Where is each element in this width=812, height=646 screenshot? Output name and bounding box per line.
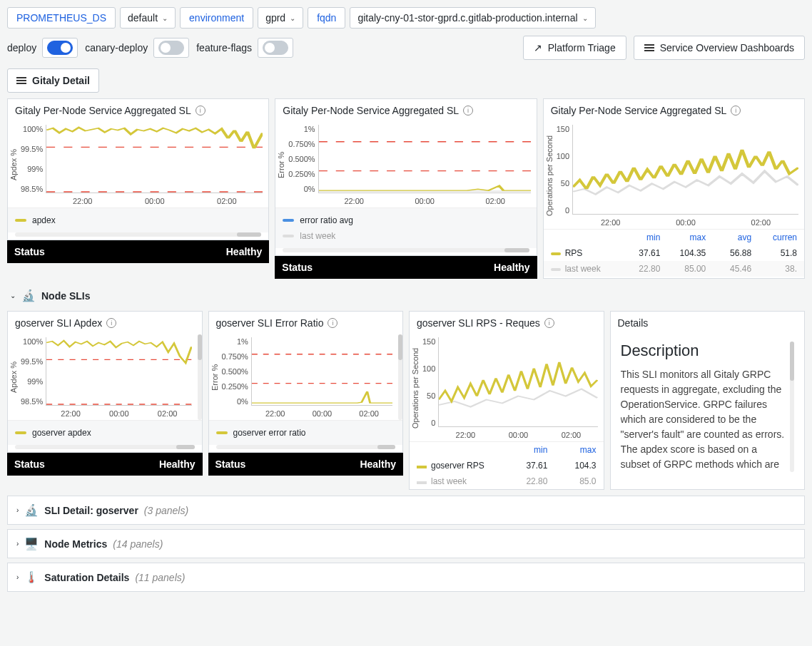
legend-swatch	[216, 431, 228, 434]
sli-panels-row: goserver SLI Apdex i Apdex % 100% 99.5% …	[7, 311, 805, 490]
panel-sli-error[interactable]: goserver SLI Error Ratio i Error % 1% 0.…	[208, 311, 404, 453]
scrollbar[interactable]	[15, 445, 195, 449]
var-prometheus-ds-select[interactable]: default ⌄	[120, 7, 176, 29]
table-row[interactable]: goserver RPS 37.61 104.3	[410, 458, 604, 473]
chevron-right-icon: ›	[16, 540, 19, 548]
status-bar: Status Healthy	[275, 256, 537, 279]
legend-swatch	[15, 431, 26, 434]
microscope-icon: 🔬	[24, 503, 39, 517]
toggle-deploy-group: deploy	[7, 38, 78, 58]
scrollbar-vertical[interactable]	[398, 334, 402, 420]
panel-details[interactable]: Details Description This SLI monitors al…	[610, 311, 806, 490]
var-prometheus-ds-label[interactable]: PROMETHEUS_DS	[7, 7, 116, 29]
panel-error[interactable]: Gitaly Per-Node Service Aggregated SL i …	[275, 98, 537, 256]
panel-sli-apdex[interactable]: goserver SLI Apdex i Apdex % 100% 99.5% …	[7, 311, 203, 453]
collapsed-saturation[interactable]: › 🌡️ Saturation Details (11 panels)	[7, 563, 805, 592]
panel-title: goserver SLI Error Ratio	[216, 317, 324, 329]
info-icon[interactable]: i	[196, 106, 205, 116]
chart-plot[interactable]: 22:0000:0002:00	[251, 337, 392, 406]
row-count: (11 panels)	[135, 572, 185, 583]
table-row[interactable]: last week 22.80 85.0	[410, 473, 604, 489]
info-icon[interactable]: i	[463, 106, 473, 116]
section-node-slis[interactable]: ⌄ 🔬 Node SLIs	[7, 284, 805, 307]
legend-label: goserver apdex	[32, 428, 91, 438]
panel-apdex[interactable]: Gitaly Per-Node Service Aggregated SL i …	[7, 98, 269, 240]
y-ticks: 100% 99.5% 99% 98.5%	[19, 122, 46, 207]
panel-error-wrapper: Gitaly Per-Node Service Aggregated SL i …	[275, 98, 537, 279]
legend: goserver apdex	[8, 420, 202, 445]
legend: goserver error ratio	[209, 420, 403, 445]
chart-plot[interactable]: 22:0000:0002:00	[46, 125, 263, 193]
var-environment-label[interactable]: environment	[180, 7, 253, 29]
panel-title: Gitaly Per-Node Service Aggregated SL	[551, 105, 727, 116]
legend-item[interactable]: apdex	[15, 212, 261, 228]
chart-plot[interactable]: 22:0000:0002:00	[46, 337, 191, 406]
menu-icon	[644, 43, 654, 53]
variable-bar: PROMETHEUS_DS default ⌄ environment gprd…	[7, 7, 805, 29]
legend: error ratio avg last week	[275, 207, 536, 248]
chevron-right-icon: ›	[16, 506, 19, 514]
collapsed-node-metrics[interactable]: › 🖥️ Node Metrics (14 panels)	[7, 529, 805, 558]
info-icon[interactable]: i	[731, 106, 741, 116]
panel-apdex-wrapper: Gitaly Per-Node Service Aggregated SL i …	[7, 98, 269, 279]
var-fqdn-select[interactable]: gitaly-cny-01-stor-gprd.c.gitlab-product…	[350, 7, 595, 29]
var-environment-select[interactable]: gprd ⌄	[258, 7, 303, 29]
x-ticks: 22:0000:0002:00	[46, 409, 191, 418]
legend: apdex	[8, 207, 268, 232]
y-axis-label: Operations per Second	[410, 334, 421, 441]
scrollbar[interactable]	[216, 445, 396, 449]
chart-plot[interactable]: 22:0000:0002:00	[572, 125, 798, 215]
status-value: Healthy	[226, 246, 263, 257]
panel-title: goserver SLI Apdex	[15, 317, 102, 329]
scrollbar-vertical[interactable]	[198, 334, 202, 420]
toggle-canary-deploy[interactable]	[158, 41, 184, 55]
y-ticks: 150 100 50 0	[555, 122, 572, 229]
legend-label: apdex	[32, 215, 56, 225]
chevron-down-icon: ⌄	[290, 14, 295, 22]
row-title: SLI Detail: goserver	[44, 505, 138, 516]
status-value: Healthy	[494, 262, 530, 273]
status-bar: Status Healthy	[7, 453, 203, 476]
toolbar-row: deploy canary-deploy feature-flags ↗ Pla…	[7, 36, 805, 60]
table-row[interactable]: last week 22.80 85.00 45.46 38.	[544, 261, 804, 277]
toggle-deploy[interactable]	[47, 41, 73, 55]
legend-item[interactable]: error ratio avg	[283, 212, 529, 228]
gitaly-detail-button[interactable]: Gitaly Detail	[7, 68, 99, 93]
desktop-icon: 🖥️	[24, 537, 39, 550]
legend-item[interactable]: goserver error ratio	[216, 425, 396, 441]
external-link-icon: ↗	[534, 42, 542, 53]
y-ticks: 1% 0.750% 0.500% 0.250% 0%	[220, 334, 251, 420]
scrollbar[interactable]	[283, 248, 529, 252]
var-fqdn-label[interactable]: fqdn	[308, 7, 345, 29]
stats-table: min max goserver RPS 37.61 104.3 last we…	[410, 441, 604, 489]
x-ticks: 22:0000:0002:00	[252, 409, 392, 418]
info-icon[interactable]: i	[328, 318, 338, 328]
table-row[interactable]: RPS 37.61 104.35 56.88 51.8	[544, 245, 804, 261]
chart-plot[interactable]: 22:0000:0002:00	[438, 337, 597, 427]
info-icon[interactable]: i	[106, 318, 116, 328]
select-value: gitaly-cny-01-stor-gprd.c.gitlab-product…	[357, 12, 577, 24]
details-heading: Description	[621, 342, 786, 360]
panel-sli-rps[interactable]: goserver SLI RPS - Reques i Operations p…	[409, 311, 604, 490]
legend-label: goserver error ratio	[233, 428, 306, 438]
panel-rps[interactable]: Gitaly Per-Node Service Aggregated SL i …	[543, 98, 805, 279]
panel-title: goserver SLI RPS - Reques	[417, 317, 540, 329]
scrollbar-vertical[interactable]	[790, 342, 794, 472]
select-value: gprd	[265, 12, 285, 24]
row-count: (14 panels)	[113, 538, 163, 550]
platform-triage-button[interactable]: ↗ Platform Triage	[523, 36, 626, 60]
legend-swatch	[283, 219, 294, 222]
collapsed-sli-detail[interactable]: › 🔬 SLI Detail: goserver (3 panels)	[7, 496, 805, 525]
info-icon[interactable]: i	[544, 318, 554, 328]
toggle-feature-flags[interactable]	[263, 41, 288, 55]
panel-title: Gitaly Per-Node Service Aggregated SL	[15, 105, 191, 116]
y-ticks: 100% 99.5% 99% 98.5%	[19, 334, 46, 420]
row-title: Node Metrics	[44, 538, 107, 550]
legend-item[interactable]: last week	[283, 228, 529, 244]
chart-plot[interactable]: 22:0000:0002:00	[318, 125, 531, 193]
legend-item[interactable]: goserver apdex	[15, 425, 195, 441]
service-overview-button[interactable]: Service Overview Dashboards	[634, 36, 805, 60]
status-value: Healthy	[159, 458, 196, 470]
scrollbar[interactable]	[15, 232, 261, 237]
panel-sli-error-wrapper: goserver SLI Error Ratio i Error % 1% 0.…	[208, 311, 404, 490]
